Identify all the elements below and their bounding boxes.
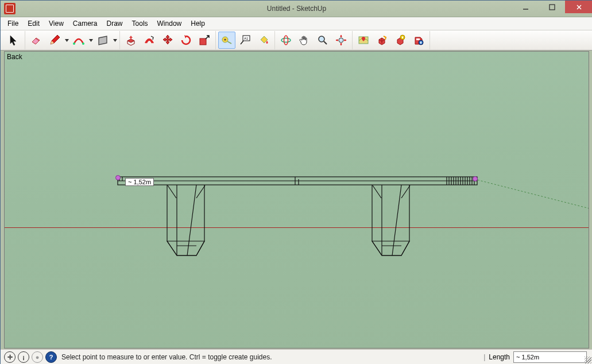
menu-window[interactable]: Window (153, 18, 187, 29)
arc-dropdown[interactable] (88, 39, 94, 42)
endpoint-marker (115, 175, 121, 180)
menubar: File Edit View Camera Draw Tools Window … (1, 17, 592, 30)
viewport[interactable]: Back (4, 51, 589, 348)
measurement-tooltip: ~ 1,52m (125, 178, 154, 186)
svg-rect-14 (416, 38, 420, 40)
svg-line-40 (373, 185, 381, 198)
svg-point-8 (281, 38, 291, 42)
select-tool[interactable] (5, 32, 22, 49)
drawing-canvas (5, 52, 589, 348)
help-icon[interactable]: ? (45, 351, 57, 363)
upload-model-tool[interactable] (410, 32, 427, 49)
tape-measure-tool[interactable] (218, 32, 235, 49)
move-tool[interactable] (159, 32, 176, 49)
vcb-label: Length (489, 353, 510, 361)
arc-tool[interactable] (70, 32, 87, 49)
add-location-tool[interactable] (355, 32, 372, 49)
vcb-separator: | (483, 353, 485, 361)
pan-tool[interactable] (296, 32, 313, 49)
menu-file[interactable]: File (3, 18, 23, 29)
push-pull-tool[interactable] (122, 32, 140, 49)
svg-point-9 (284, 36, 288, 45)
maximize-button[interactable] (539, 1, 565, 13)
svg-point-10 (319, 36, 324, 42)
menu-edit[interactable]: Edit (23, 18, 44, 29)
endpoint-marker (473, 176, 478, 181)
app-window: Untitled - SketchUp File Edit View Camer… (0, 0, 592, 364)
upload-component-tool[interactable] (392, 32, 409, 49)
titlebar: Untitled - SketchUp (1, 1, 592, 17)
credits-icon[interactable]: ¡ (18, 351, 29, 363)
menu-help[interactable]: Help (186, 18, 210, 29)
app-icon (4, 3, 16, 14)
shape-tool[interactable] (94, 32, 111, 49)
pencil-dropdown[interactable] (64, 39, 69, 42)
minimize-button[interactable] (512, 1, 539, 13)
geolocation-icon[interactable]: ✛ (4, 351, 16, 363)
svg-point-2 (82, 42, 84, 45)
scale-tool[interactable] (196, 32, 213, 49)
resize-grip[interactable] (585, 357, 591, 363)
zoom-extents-tool[interactable] (332, 32, 350, 49)
menu-view[interactable]: View (44, 18, 68, 29)
close-button[interactable] (565, 1, 592, 13)
svg-line-38 (196, 185, 205, 198)
signin-icon[interactable]: ● (32, 351, 43, 363)
offset-tool[interactable] (141, 32, 158, 49)
orbit-tool[interactable] (277, 32, 295, 49)
menu-camera[interactable]: Camera (68, 18, 102, 29)
svg-rect-3 (200, 38, 206, 45)
measurements-input[interactable]: ~ 1,52m (513, 351, 587, 363)
svg-text:A1: A1 (244, 37, 249, 40)
statusbar: ✛ ¡ ● ? Select point to measure to or en… (1, 349, 592, 364)
paint-bucket-tool[interactable] (255, 32, 272, 49)
svg-line-41 (401, 185, 410, 198)
eraser-tool[interactable] (28, 32, 45, 49)
menu-draw[interactable]: Draw (102, 18, 127, 29)
svg-line-16 (474, 179, 589, 208)
svg-point-1 (73, 42, 75, 45)
menu-tools[interactable]: Tools (127, 18, 153, 29)
shape-dropdown[interactable] (112, 39, 118, 42)
window-title: Untitled - SketchUp (267, 5, 326, 13)
zoom-tool[interactable] (314, 32, 331, 49)
svg-point-5 (225, 39, 226, 41)
status-hint: Select point to measure to or enter valu… (61, 353, 272, 361)
svg-rect-0 (550, 5, 555, 10)
rotate-tool[interactable] (177, 32, 195, 49)
pencil-tool[interactable] (46, 32, 63, 49)
get-models-tool[interactable] (373, 32, 390, 49)
window-controls (512, 1, 592, 13)
text-tool[interactable]: A1 (237, 32, 254, 49)
svg-line-37 (168, 185, 176, 198)
toolbar: A1 (1, 30, 592, 51)
svg-point-11 (339, 38, 343, 42)
